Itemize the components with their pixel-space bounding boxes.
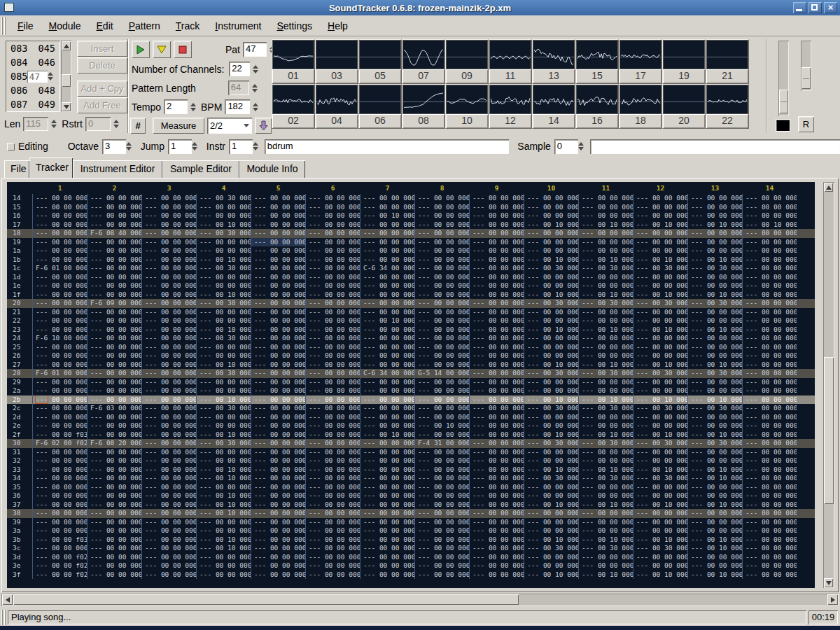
pattern-cell[interactable]: --- 00 00 000 <box>414 326 469 335</box>
pattern-cell[interactable]: --- 00 10 000 <box>687 544 742 553</box>
pattern-cell[interactable]: --- 00 00 000 <box>633 281 687 290</box>
pattern-cell[interactable]: --- 00 00 000 <box>578 448 633 457</box>
pattern-cell[interactable]: --- 00 00 000 <box>742 246 797 255</box>
pattern-cell[interactable]: --- 00 00 000 <box>633 386 687 396</box>
pattern-cell[interactable]: --- 00 00 000 <box>251 299 305 308</box>
pattern-cell[interactable]: --- 00 30 000 <box>578 264 633 273</box>
pattern-cell[interactable]: --- 00 00 000 <box>742 326 797 335</box>
pattern-cell[interactable]: --- 00 00 000 <box>32 483 87 492</box>
pattern-cell[interactable]: --- 00 00 000 <box>469 439 524 448</box>
pattern-cell[interactable]: --- 00 30 000 <box>633 369 687 378</box>
pattern-cell[interactable]: --- 00 00 000 <box>524 203 578 212</box>
pattern-cell[interactable]: --- 00 10 000 <box>578 465 633 475</box>
maximize-button[interactable] <box>808 2 822 13</box>
pattern-cell[interactable]: --- 00 00 000 <box>32 326 87 335</box>
pattern-cell[interactable]: --- 00 00 000 <box>305 483 360 492</box>
pattern-cell[interactable]: --- 00 00 000 <box>469 220 524 230</box>
measure-combo[interactable]: 2/2 <box>207 118 252 134</box>
jazz-edit-button[interactable] <box>255 118 272 134</box>
pattern-cell[interactable]: --- 00 10 000 <box>687 570 742 580</box>
pattern-cell[interactable]: --- 00 10 000 <box>633 290 687 300</box>
pattern-cell[interactable]: --- 00 00 000 <box>87 273 141 282</box>
pattern-cell[interactable]: --- 00 00 000 <box>414 561 469 570</box>
pattern-cell[interactable]: --- 00 00 000 <box>633 378 687 387</box>
pattern-cell[interactable]: --- 00 10 000 <box>633 430 687 440</box>
pattern-cell[interactable]: --- 00 00 000 <box>633 334 687 343</box>
pattern-cell[interactable]: --- 00 30 000 <box>196 194 251 203</box>
pattern-cell[interactable]: --- 00 00 000 <box>305 396 360 405</box>
pattern-cell[interactable]: --- 00 10 000 <box>524 290 578 300</box>
pattern-cell[interactable]: --- 00 00 000 <box>251 326 305 335</box>
pattern-cell[interactable]: --- 00 00 000 <box>32 255 87 265</box>
pattern-cell[interactable]: --- 00 00 000 <box>32 396 87 405</box>
pattern-cell[interactable]: --- 00 00 000 <box>32 308 87 317</box>
menu-module[interactable]: Module <box>41 17 89 35</box>
pattern-cell[interactable]: --- 00 00 000 <box>32 465 87 475</box>
pattern-cell[interactable]: --- 00 10 000 <box>524 326 578 335</box>
song-length-spinner[interactable] <box>51 117 59 131</box>
pattern-cell[interactable]: --- 00 10 000 <box>633 220 687 230</box>
pattern-cell[interactable]: --- 00 10 000 <box>687 500 742 510</box>
pattern-cell[interactable]: --- 00 30 000 <box>524 299 578 308</box>
pattern-cell[interactable]: --- 00 10 000 <box>360 211 414 220</box>
pattern-cell[interactable]: --- 00 00 000 <box>742 378 797 387</box>
pattern-cell[interactable]: --- 00 00 000 <box>87 246 141 255</box>
pattern-cell[interactable]: --- 00 00 000 <box>469 404 524 413</box>
pattern-cell[interactable]: --- 00 00 000 <box>687 246 742 255</box>
pattern-cell[interactable]: --- 00 00 000 <box>305 544 360 553</box>
pattern-cell[interactable]: --- 00 10 000 <box>524 500 578 510</box>
pattern-cell[interactable]: --- 00 00 000 <box>578 246 633 255</box>
pattern-cell[interactable]: --- 00 10 000 <box>360 430 414 440</box>
pitchbend-reset-button[interactable]: R <box>798 116 814 132</box>
pattern-cell[interactable]: --- 00 00 000 <box>687 378 742 387</box>
pattern-cell[interactable]: --- 00 00 000 <box>305 536 360 545</box>
pattern-cell[interactable]: --- 00 00 000 <box>742 351 797 360</box>
pattern-cell[interactable]: --- 00 00 000 <box>360 561 414 570</box>
pattern-cell[interactable]: --- 00 00 000 <box>141 491 196 500</box>
pattern-cell[interactable]: --- 00 30 000 <box>524 404 578 413</box>
tracker-vertical-scrollbar[interactable] <box>823 182 834 588</box>
pattern-cell[interactable]: --- 00 00 000 <box>469 360 524 370</box>
pattern-cell[interactable]: --- 00 00 000 <box>742 229 797 238</box>
pattern-cell[interactable]: --- 00 00 000 <box>742 360 797 370</box>
pattern-cell[interactable]: --- 00 00 000 <box>578 491 633 500</box>
pattern-cell[interactable]: --- 00 00 000 <box>414 553 469 562</box>
pattern-cell[interactable]: --- 00 00 000 <box>141 255 196 265</box>
pattern-cell[interactable]: --- 00 00 000 <box>633 203 687 212</box>
pattern-cell[interactable]: --- 00 00 000 <box>141 334 196 343</box>
pattern-cell[interactable]: --- 00 00 000 <box>251 396 305 405</box>
pattern-cell[interactable]: --- 00 00 000 <box>414 334 469 343</box>
restart-spinner[interactable] <box>113 117 121 131</box>
pattern-cell[interactable]: --- 00 00 000 <box>305 343 360 352</box>
pattern-cell[interactable]: --- 00 00 000 <box>305 404 360 413</box>
pattern-cell[interactable]: --- 00 10 000 <box>633 360 687 370</box>
pattern-cell[interactable]: --- 00 30 000 <box>196 404 251 413</box>
pattern-cell[interactable]: --- 00 00 000 <box>141 439 196 448</box>
song-length-field[interactable]: 115 <box>23 117 48 131</box>
pattern-cell[interactable]: --- 00 00 000 <box>469 264 524 273</box>
pattern-cell[interactable]: --- 00 00 000 <box>524 316 578 326</box>
pattern-cell[interactable]: --- 00 00 000 <box>687 553 742 562</box>
pattern-cell[interactable]: --- 00 00 000 <box>742 553 797 562</box>
pattern-cell[interactable]: --- 00 00 000 <box>141 561 196 570</box>
instrument-preview-15[interactable]: 15 <box>575 39 619 84</box>
pattern-cell[interactable]: --- 00 30 000 <box>578 404 633 413</box>
pattern-cell[interactable]: --- 00 00 000 <box>633 238 687 247</box>
pattern-cell[interactable]: --- 00 00 000 <box>578 518 633 527</box>
pattern-cell[interactable]: --- 00 10 000 <box>687 396 742 405</box>
pattern-cell[interactable]: --- 00 00 000 <box>305 299 360 308</box>
pattern-cell[interactable]: --- 00 30 000 <box>524 474 578 483</box>
pattern-cell[interactable]: --- 00 00 000 <box>305 474 360 483</box>
pattern-cell[interactable]: --- 00 00 000 <box>305 430 360 440</box>
pattern-cell[interactable]: --- 00 00 000 <box>141 281 196 290</box>
instrument-preview-19[interactable]: 19 <box>662 39 706 84</box>
pattern-cell[interactable]: --- 00 00 000 <box>524 456 578 465</box>
pattern-cell[interactable]: --- 00 00 000 <box>469 194 524 203</box>
pattern-cell[interactable]: --- 00 00 000 <box>524 553 578 562</box>
pattern-cell[interactable]: --- 00 10 000 <box>196 220 251 230</box>
pattern-cell[interactable]: --- 00 00 000 <box>251 211 305 220</box>
amplification-slider[interactable] <box>778 41 789 116</box>
pattern-cell[interactable]: --- 00 00 000 <box>469 281 524 290</box>
pattern-cell[interactable]: --- 00 00 000 <box>141 536 196 545</box>
pattern-cell[interactable]: --- 00 00 000 <box>578 456 633 465</box>
